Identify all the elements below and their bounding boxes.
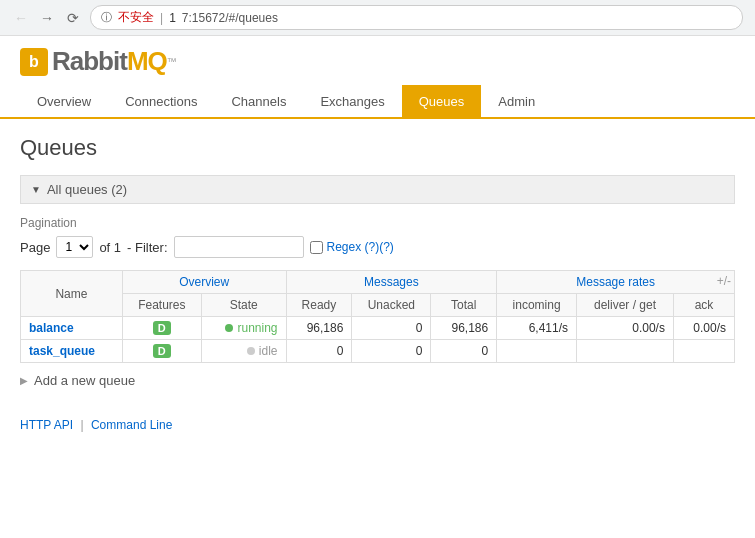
queue-table: Name Overview Messages Message rates Fea… [20, 270, 735, 363]
queue-ack [673, 340, 734, 363]
address-bar[interactable]: ⓘ 不安全 | 1 7:15672/#/queues [90, 5, 743, 30]
queue-ack: 0.00/s [673, 317, 734, 340]
queue-total: 96,186 [431, 317, 497, 340]
queue-name[interactable]: balance [21, 317, 123, 340]
col-header-ack: ack [673, 294, 734, 317]
table-row[interactable]: balance D running 96,186 0 96,186 6,411/… [21, 317, 735, 340]
queue-feature: D [122, 317, 201, 340]
footer-separator: | [80, 418, 83, 432]
nav-connections[interactable]: Connections [108, 85, 214, 117]
state-text: idle [259, 344, 278, 358]
http-api-link[interactable]: HTTP API [20, 418, 73, 432]
pagination-controls: Page 1 of 1 - Filter: Regex (?)(?) [20, 236, 735, 258]
logo: b RabbitMQ ™ [20, 46, 735, 77]
all-queues-header[interactable]: ▼ All queues (2) [20, 175, 735, 204]
col-header-incoming: incoming [497, 294, 577, 317]
url-separator: | [160, 11, 163, 25]
forward-button[interactable]: → [38, 9, 56, 27]
app-header: b RabbitMQ ™ Overview Connections Channe… [0, 36, 755, 119]
filter-label: - Filter: [127, 240, 167, 255]
filter-input[interactable] [174, 236, 304, 258]
page-select[interactable]: 1 [56, 236, 93, 258]
queue-total: 0 [431, 340, 497, 363]
browser-chrome: ← → ⟳ ⓘ 不安全 | 1 7:15672/#/queues [0, 0, 755, 36]
queue-deliver-get: 0.00/s [577, 317, 674, 340]
queue-state: running [201, 317, 286, 340]
group-header-overview: Overview [122, 271, 286, 294]
regex-checkbox[interactable] [310, 241, 323, 254]
footer-links: HTTP API | Command Line [20, 418, 735, 432]
queue-incoming [497, 340, 577, 363]
feature-badge: D [153, 344, 171, 358]
feature-badge: D [153, 321, 171, 335]
command-line-link[interactable]: Command Line [91, 418, 172, 432]
security-label: 不安全 [118, 9, 154, 26]
queue-unacked: 0 [352, 317, 431, 340]
group-header-message-rates: Message rates [497, 271, 735, 294]
collapse-icon: ▼ [31, 184, 41, 195]
logo-tm: ™ [167, 56, 177, 67]
col-header-state: State [201, 294, 286, 317]
url-num: 1 [169, 11, 176, 25]
queue-feature: D [122, 340, 201, 363]
nav-channels[interactable]: Channels [214, 85, 303, 117]
queue-state: idle [201, 340, 286, 363]
pagination-section: Pagination Page 1 of 1 - Filter: Regex (… [20, 216, 735, 258]
regex-label: Regex (?)(?) [310, 240, 394, 254]
queue-deliver-get [577, 340, 674, 363]
table-row[interactable]: task_queue D idle 0 0 0 [21, 340, 735, 363]
nav-admin[interactable]: Admin [481, 85, 552, 117]
logo-icon: b [20, 48, 48, 76]
queue-ready: 96,186 [286, 317, 352, 340]
nav-queues[interactable]: Queues [402, 85, 482, 117]
main-nav: Overview Connections Channels Exchanges … [20, 85, 735, 117]
add-queue-section[interactable]: ▶ Add a new queue [20, 363, 735, 398]
state-dot [225, 324, 233, 332]
queue-name[interactable]: task_queue [21, 340, 123, 363]
col-header-features: Features [122, 294, 201, 317]
back-button[interactable]: ← [12, 9, 30, 27]
pagination-label: Pagination [20, 216, 735, 230]
page-title: Queues [20, 135, 735, 161]
url-path: 7:15672/#/queues [182, 11, 278, 25]
nav-exchanges[interactable]: Exchanges [303, 85, 401, 117]
lock-icon: ⓘ [101, 10, 112, 25]
col-header-ready: Ready [286, 294, 352, 317]
all-queues-label: All queues (2) [47, 182, 127, 197]
state-dot [247, 347, 255, 355]
queue-incoming: 6,411/s [497, 317, 577, 340]
col-header-deliver-get: deliver / get [577, 294, 674, 317]
queue-unacked: 0 [352, 340, 431, 363]
page-content: Queues ▼ All queues (2) Pagination Page … [0, 119, 755, 448]
page-of-text: of 1 [99, 240, 121, 255]
logo-text: RabbitMQ [52, 46, 167, 77]
plus-minus-toggle[interactable]: +/- [713, 270, 735, 292]
group-header-messages: Messages [286, 271, 497, 294]
table-container: +/- Name Overview Messages Message rates… [20, 270, 735, 363]
refresh-button[interactable]: ⟳ [64, 9, 82, 27]
state-text: running [237, 321, 277, 335]
nav-overview[interactable]: Overview [20, 85, 108, 117]
queue-ready: 0 [286, 340, 352, 363]
col-header-unacked: Unacked [352, 294, 431, 317]
page-label: Page [20, 240, 50, 255]
col-header-total: Total [431, 294, 497, 317]
add-queue-label: Add a new queue [34, 373, 135, 388]
expand-icon: ▶ [20, 375, 28, 386]
regex-link[interactable]: Regex (?)(?) [327, 240, 394, 254]
col-header-name: Name [21, 271, 123, 317]
